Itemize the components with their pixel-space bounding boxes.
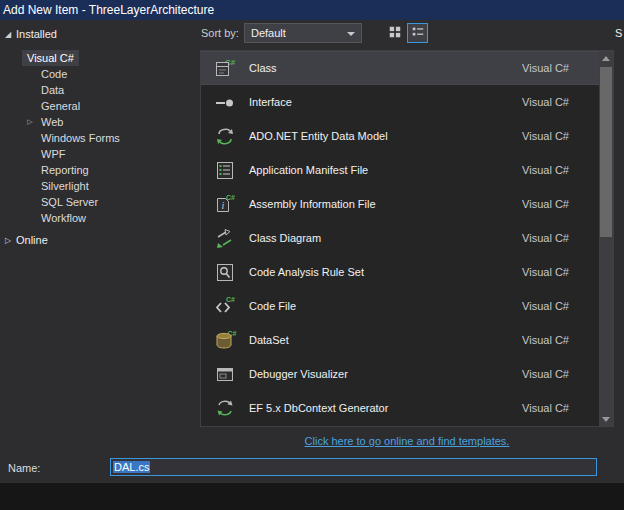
sidebar-tree-item[interactable]: SQL Server xyxy=(0,194,196,210)
sidebar-section-online[interactable]: ▷ Online xyxy=(0,232,196,248)
template-name: Code File xyxy=(249,300,296,312)
sort-dropdown[interactable]: Default xyxy=(244,23,362,43)
sidebar-tree-item[interactable]: Data xyxy=(0,82,196,98)
sidebar-tree: Visual C# Code Data General ▷ Web Window… xyxy=(0,50,196,226)
name-input[interactable]: DAL.cs xyxy=(110,458,597,476)
tree-item-label: General xyxy=(36,98,85,114)
tree-item-label: SQL Server xyxy=(36,194,103,210)
scroll-down-button[interactable] xyxy=(599,412,613,426)
tree-item-label: WPF xyxy=(36,146,70,162)
template-row[interactable]: Interface Visual C# xyxy=(201,85,599,119)
template-list-panel: C# Class Visual C# Interface Visual C# A… xyxy=(200,50,614,427)
template-row[interactable]: Code Analysis Rule Set Visual C# xyxy=(201,255,599,289)
sidebar-tree-item[interactable]: Windows Forms xyxy=(0,130,196,146)
chevron-down-icon xyxy=(347,32,355,36)
template-row[interactable]: C# DataSet Visual C# xyxy=(201,323,599,357)
tree-item-label: Reporting xyxy=(36,162,94,178)
application-manifest-icon xyxy=(213,158,237,182)
template-language: Visual C# xyxy=(522,96,569,108)
sidebar-section-installed[interactable]: ◢ Installed xyxy=(0,26,196,42)
template-row[interactable]: C# Class Visual C# xyxy=(201,51,599,85)
window-title: Add New Item - ThreeLayerArchitecture xyxy=(3,3,214,17)
template-name: Interface xyxy=(249,96,292,108)
tree-item-label: Silverlight xyxy=(36,178,94,194)
name-value: DAL.cs xyxy=(113,461,150,473)
class-icon: C# xyxy=(213,56,237,80)
bottom-panel xyxy=(0,483,624,510)
window-titlebar: Add New Item - ThreeLayerArchitecture xyxy=(0,0,624,20)
scrollbar-thumb[interactable] xyxy=(600,67,612,237)
template-language: Visual C# xyxy=(522,402,569,414)
tree-item-label: Visual C# xyxy=(22,50,79,66)
template-language: Visual C# xyxy=(522,232,569,244)
template-name: Assembly Information File xyxy=(249,198,376,210)
template-language: Visual C# xyxy=(522,300,569,312)
tree-item-label: Workflow xyxy=(36,210,91,226)
expander-collapsed-icon: ▷ xyxy=(5,236,16,245)
template-language: Visual C# xyxy=(522,130,569,142)
sidebar: ◢ Installed Visual C# Code Data General … xyxy=(0,20,196,452)
scroll-up-button[interactable] xyxy=(599,51,613,65)
template-name: Class Diagram xyxy=(249,232,321,244)
search-partial-text: S xyxy=(615,27,622,39)
template-name: ADO.NET Entity Data Model xyxy=(249,130,388,142)
template-name: Code Analysis Rule Set xyxy=(249,266,364,278)
sort-by-label: Sort by: xyxy=(201,27,239,39)
search-box[interactable]: S xyxy=(615,23,624,43)
template-row[interactable]: Application Manifest File Visual C# xyxy=(201,153,599,187)
triangle-down-icon xyxy=(602,417,610,422)
tree-item-label: Windows Forms xyxy=(36,130,125,146)
assembly-info-icon: C#i xyxy=(213,192,237,216)
triangle-up-icon xyxy=(602,56,610,61)
sidebar-tree-item[interactable]: General xyxy=(0,98,196,114)
code-file-icon: C# xyxy=(213,294,237,318)
online-templates-link[interactable]: Click here to go online and find templat… xyxy=(200,435,614,447)
template-list: C# Class Visual C# Interface Visual C# A… xyxy=(201,51,599,426)
list-icon xyxy=(411,25,425,41)
svg-text:C#: C# xyxy=(226,296,235,303)
template-language: Visual C# xyxy=(522,62,569,74)
tree-item-label: Web xyxy=(36,114,68,130)
sidebar-tree-item[interactable]: Workflow xyxy=(0,210,196,226)
template-name: DataSet xyxy=(249,334,289,346)
template-language: Visual C# xyxy=(522,198,569,210)
small-icons-view-button[interactable] xyxy=(384,23,405,43)
rule-set-icon xyxy=(213,260,237,284)
template-name: Application Manifest File xyxy=(249,164,368,176)
class-diagram-icon xyxy=(213,226,237,250)
tree-expander-icon: ▷ xyxy=(24,114,36,130)
grid-icon xyxy=(388,25,402,41)
template-row[interactable]: EF 5.x DbContext Generator Visual C# xyxy=(201,391,599,425)
entity-data-model-icon xyxy=(213,124,237,148)
template-name: Class xyxy=(249,62,277,74)
sidebar-tree-item[interactable]: Code xyxy=(0,66,196,82)
list-view-button[interactable] xyxy=(407,23,428,43)
template-language: Visual C# xyxy=(522,368,569,380)
name-label: Name: xyxy=(8,462,40,474)
scrollbar[interactable] xyxy=(599,51,613,426)
template-row[interactable]: C# Code File Visual C# xyxy=(201,289,599,323)
tree-item-label: Code xyxy=(36,66,72,82)
sidebar-tree-item[interactable]: ▷ Web xyxy=(0,114,196,130)
tree-item-label: Data xyxy=(36,82,69,98)
section-label: Online xyxy=(16,234,48,246)
expander-expanded-icon: ◢ xyxy=(5,30,16,39)
template-row[interactable]: Class Diagram Visual C# xyxy=(201,221,599,255)
sidebar-tree-item[interactable]: Visual C# xyxy=(0,50,196,66)
ef-dbcontext-icon xyxy=(213,396,237,420)
template-language: Visual C# xyxy=(522,164,569,176)
template-row[interactable]: Debugger Visualizer Visual C# xyxy=(201,357,599,391)
dataset-icon: C# xyxy=(213,328,237,352)
template-name: Debugger Visualizer xyxy=(249,368,348,380)
sidebar-tree-item[interactable]: Silverlight xyxy=(0,178,196,194)
interface-icon xyxy=(213,90,237,114)
template-name: EF 5.x DbContext Generator xyxy=(249,402,388,414)
section-label: Installed xyxy=(16,28,57,40)
svg-text:i: i xyxy=(222,200,225,211)
sidebar-tree-item[interactable]: Reporting xyxy=(0,162,196,178)
sidebar-tree-item[interactable]: WPF xyxy=(0,146,196,162)
template-row[interactable]: ADO.NET Entity Data Model Visual C# xyxy=(201,119,599,153)
debugger-visualizer-icon xyxy=(213,362,237,386)
template-row[interactable]: C#i Assembly Information File Visual C# xyxy=(201,187,599,221)
sort-dropdown-value: Default xyxy=(251,27,286,39)
